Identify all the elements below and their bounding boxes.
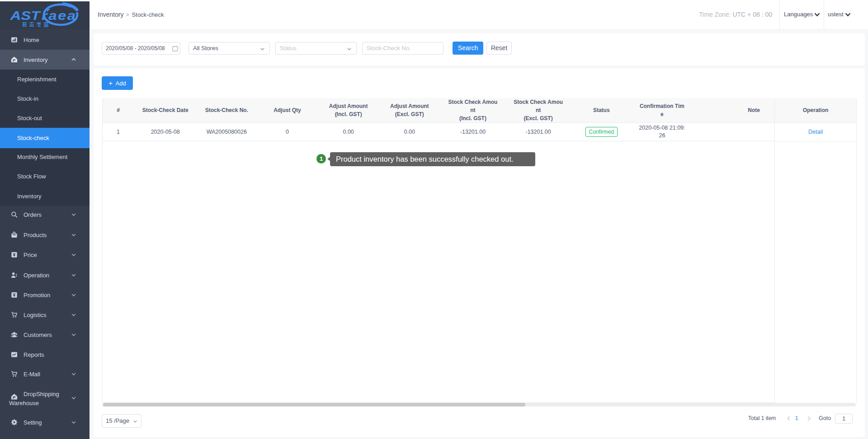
svg-text:AST: AST <box>9 8 41 22</box>
